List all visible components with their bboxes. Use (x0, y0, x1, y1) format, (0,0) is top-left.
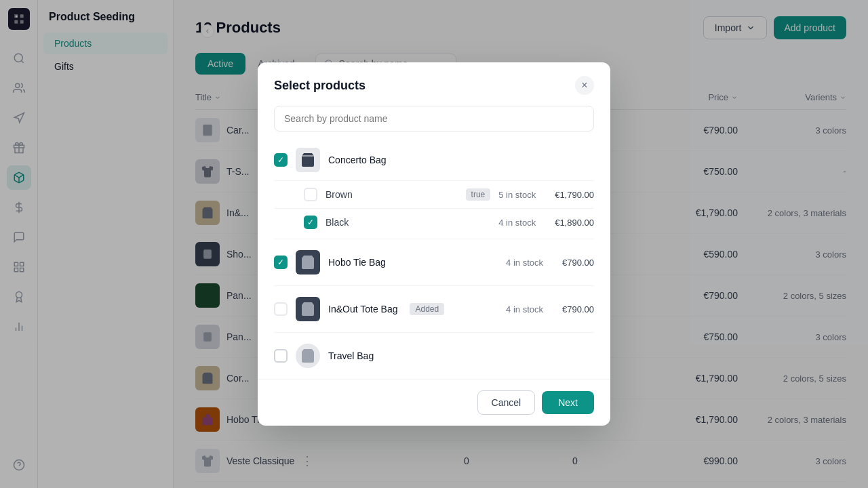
cancel-button[interactable]: Cancel (477, 390, 536, 415)
travel-name: Travel Bag (328, 350, 374, 361)
product-group-header[interactable]: ✓ Concerto Bag (274, 142, 594, 178)
travel-checkbox[interactable] (274, 349, 288, 363)
brown-checkbox[interactable] (304, 188, 317, 201)
divider (274, 285, 594, 286)
product-group-hobo-tie: ✓ Hobo Tie Bag 4 in stock €790.00 (274, 245, 594, 280)
inout-added-badge: Added (410, 303, 444, 315)
brown-added-badge: true (466, 188, 491, 201)
concerto-bag-image (296, 148, 320, 172)
divider (274, 332, 594, 333)
black-price: €1,890.00 (555, 218, 594, 228)
black-variant-name: Black (326, 217, 490, 228)
hobo-tie-name: Hobo Tie Bag (328, 257, 386, 268)
brown-stock: 5 in stock (498, 190, 536, 200)
brown-variant-name: Brown (326, 189, 454, 200)
modal-header: Select products × (258, 62, 610, 106)
variant-row-black: ✓ Black 4 in stock €1,890.00 (274, 211, 594, 233)
black-stock: 4 in stock (498, 218, 536, 228)
inout-header[interactable]: In&Out Tote Bag Added 4 in stock €790.00 (274, 291, 594, 327)
divider (274, 208, 594, 209)
product-group-travel: Travel Bag (274, 338, 594, 373)
modal-search (258, 106, 610, 142)
hobo-tie-header[interactable]: ✓ Hobo Tie Bag 4 in stock €790.00 (274, 245, 594, 280)
divider (274, 180, 594, 181)
brown-price: €1,790.00 (555, 190, 594, 200)
product-group-concerto-bag: ✓ Concerto Bag Brown true 5 in stock (274, 142, 594, 233)
modal-overlay[interactable]: Select products × ✓ Concerto Bag (0, 0, 868, 488)
hobo-tie-price: €790.00 (562, 258, 594, 268)
product-group-inout: In&Out Tote Bag Added 4 in stock €790.00 (274, 291, 594, 327)
modal-body: ✓ Concerto Bag Brown true 5 in stock (258, 142, 610, 379)
inout-image (296, 297, 320, 321)
select-products-modal: Select products × ✓ Concerto Bag (258, 62, 610, 426)
modal-title: Select products (274, 79, 366, 93)
concerto-bag-name: Concerto Bag (328, 155, 387, 165)
variant-row-brown: Brown true 5 in stock €1,790.00 (274, 184, 594, 205)
inout-price: €790.00 (562, 304, 594, 314)
modal-search-input[interactable] (274, 106, 594, 131)
hobo-tie-image (296, 250, 320, 274)
next-button[interactable]: Next (542, 391, 594, 414)
inout-name: In&Out Tote Bag (328, 304, 397, 314)
travel-image (296, 344, 320, 368)
inout-checkbox[interactable] (274, 302, 288, 316)
concerto-bag-checkbox[interactable]: ✓ (274, 153, 288, 167)
modal-close-button[interactable]: × (575, 76, 594, 95)
hobo-tie-checkbox[interactable]: ✓ (274, 256, 288, 269)
inout-stock: 4 in stock (506, 304, 543, 314)
divider (274, 239, 594, 239)
modal-footer: Cancel Next (258, 379, 610, 426)
black-checkbox[interactable]: ✓ (304, 216, 317, 229)
travel-header[interactable]: Travel Bag (274, 338, 594, 373)
hobo-tie-stock: 4 in stock (506, 258, 543, 268)
